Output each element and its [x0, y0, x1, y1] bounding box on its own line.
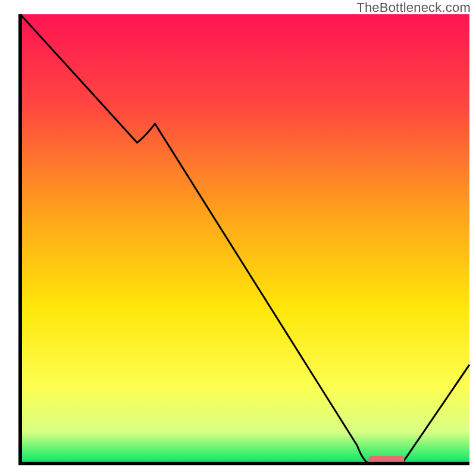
- plot-gradient-background: [20, 14, 469, 464]
- bottleneck-chart: [0, 0, 476, 476]
